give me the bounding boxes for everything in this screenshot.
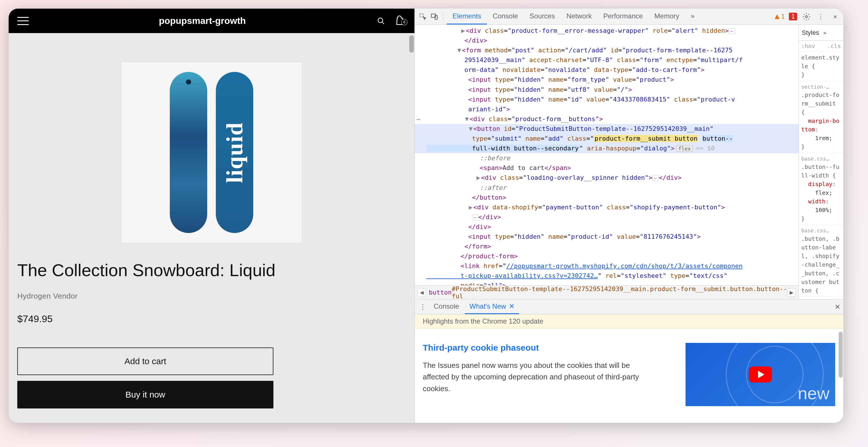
tab-sources[interactable]: Sources (524, 9, 561, 25)
css-property: width (808, 198, 826, 205)
tab-console[interactable]: Console (487, 9, 524, 25)
collapsed-indicator[interactable]: ⋯ (416, 116, 421, 123)
selected-dom-node[interactable]: ▼<button id="ProductSubmitButton-templat… (415, 124, 799, 153)
product-vendor: Hydrogen Vendor (17, 292, 406, 300)
styles-panel: Styles » :hov .cls element.style { } sec… (799, 25, 843, 299)
devtools-drawer: ⋮ Console What's New ✕ ✕ Highlights from… (415, 299, 843, 423)
drawer-close-icon[interactable]: ✕ (835, 303, 840, 311)
page-scrollbar[interactable] (409, 35, 414, 53)
drawer-body: Third-party cookie phaseout The Issues p… (415, 328, 843, 420)
rendered-page: popupsmart-growth 6 liquid (9, 9, 414, 423)
warning-count-value: 1 (781, 13, 785, 20)
close-tab-icon[interactable]: ✕ (509, 302, 515, 310)
rule-source: base.css… (801, 227, 841, 234)
search-icon[interactable] (376, 16, 386, 26)
css-value: flex; (815, 189, 832, 196)
dom-panel: ⋯ ▶<div class="product-form__error-messa… (415, 25, 799, 299)
style-rule-3[interactable]: base.css… .button, .button-label, .shopi… (799, 225, 843, 297)
drawer-tabs: ⋮ Console What's New ✕ ✕ (415, 299, 843, 314)
rule-selector: .product-form__submit { (801, 91, 841, 117)
cart-count-badge: 6 (401, 19, 407, 25)
inspect-icon[interactable] (417, 11, 428, 22)
selected-dims: == $0 (695, 145, 715, 152)
cls-toggle[interactable]: .cls (827, 42, 841, 50)
header-actions: 6 (376, 15, 406, 27)
breadcrumb-selector[interactable]: #ProductSubmitButton-template--162752951… (452, 285, 787, 299)
article-title[interactable]: Third-party cookie phaseout (423, 343, 674, 353)
rule-selector: .button--full-width { (801, 162, 841, 180)
css-value: 100%; (815, 206, 832, 214)
tab-performance[interactable]: Performance (597, 9, 648, 25)
tab-memory[interactable]: Memory (649, 9, 685, 25)
product-title: The Collection Snowboard: Liquid (17, 260, 406, 280)
settings-icon[interactable] (801, 11, 812, 22)
drawer-scrollbar[interactable] (839, 332, 843, 378)
devtools-main: ⋯ ▶<div class="product-form__error-messa… (415, 25, 843, 299)
styles-tab[interactable]: Styles (802, 29, 819, 36)
error-count-value: 1 (791, 13, 795, 20)
devtools: Elements Console Sources Network Perform… (414, 9, 843, 423)
rule-selector: .button, .button-label, .shopify-challen… (801, 234, 841, 295)
style-rule-element[interactable]: element.style { } (799, 52, 843, 81)
hov-toggle[interactable]: :hov (801, 42, 815, 50)
add-to-cart-button[interactable]: Add to cart (17, 348, 273, 375)
play-icon (749, 366, 772, 383)
toolbar-separator (443, 11, 443, 22)
buy-now-button[interactable]: Buy it now (17, 381, 273, 409)
store-name: popupsmart-growth (29, 15, 376, 26)
devtools-toolbar: Elements Console Sources Network Perform… (415, 9, 843, 25)
close-devtools-icon[interactable]: ✕ (830, 11, 840, 22)
tabs-more-icon[interactable]: » (685, 9, 700, 25)
cart-button[interactable]: 6 (395, 15, 406, 27)
video-thumbnail[interactable]: new (685, 343, 835, 406)
page-body: liquid The Collection Snowboard: Liquid … (9, 33, 414, 423)
product-price: $749.95 (17, 313, 406, 324)
style-rule-2[interactable]: base.css… .button--full-width { display:… (799, 153, 843, 225)
kebab-icon[interactable]: ⋮ (816, 11, 826, 22)
styles-header: Styles » (799, 25, 843, 41)
breadcrumb-right-icon[interactable]: ▶ (787, 288, 796, 297)
breadcrumb-tag[interactable]: button (429, 289, 452, 296)
device-toggle-icon[interactable] (429, 11, 439, 22)
css-property: margin-bottom (801, 117, 839, 133)
dom-tree[interactable]: ▶<div class="product-form__error-message… (415, 25, 799, 285)
article-body: The Issues panel now warns you about the… (423, 359, 647, 394)
app-window: popupsmart-growth 6 liquid (9, 9, 843, 423)
drawer-kebab-icon[interactable]: ⋮ (417, 302, 428, 312)
styles-filter: :hov .cls (799, 41, 843, 52)
svg-point-0 (378, 18, 383, 23)
menu-icon[interactable] (17, 17, 29, 25)
rule-selector: element.style { (801, 53, 841, 70)
warning-count[interactable]: 1 (774, 13, 785, 20)
error-count[interactable]: 1 (789, 13, 797, 21)
dom-breadcrumb[interactable]: ◀ button#ProductSubmitButton-template--1… (415, 285, 799, 299)
product-image[interactable]: liquid (121, 62, 302, 243)
toolbar-right: 1 1 ⋮ ✕ (774, 11, 841, 22)
drawer-tab-whatsnew[interactable]: What's New ✕ (465, 299, 519, 314)
whatsnew-article: Third-party cookie phaseout The Issues p… (423, 343, 674, 406)
tab-elements[interactable]: Elements (447, 9, 487, 25)
rule-source: section-… (801, 83, 841, 91)
svg-point-5 (806, 15, 808, 18)
drawer-tab-console[interactable]: Console (429, 299, 464, 314)
css-value: 1rem; (815, 135, 832, 141)
thumbnail-text: new (798, 383, 830, 403)
css-property: display (808, 181, 832, 188)
svg-rect-2 (420, 13, 423, 17)
tab-network[interactable]: Network (561, 9, 597, 25)
store-header: popupsmart-growth 6 (9, 9, 414, 33)
flex-badge[interactable]: flex (676, 145, 693, 152)
drawer-banner: Highlights from the Chrome 120 update (415, 314, 843, 328)
style-rule-1[interactable]: section-… .product-form__submit { margin… (799, 81, 843, 153)
devtools-tabs: Elements Console Sources Network Perform… (447, 9, 701, 25)
snowboard-graphic-2: liquid (216, 72, 253, 233)
whatsnew-label: What's New (469, 302, 506, 310)
snowboard-brand-text: liquid (222, 122, 248, 183)
rule-source: base.css… (801, 155, 841, 162)
svg-line-1 (382, 22, 384, 24)
styles-more-icon[interactable]: » (823, 29, 827, 36)
snowboard-graphic-1 (170, 72, 207, 233)
breadcrumb-left-icon[interactable]: ◀ (417, 288, 426, 297)
